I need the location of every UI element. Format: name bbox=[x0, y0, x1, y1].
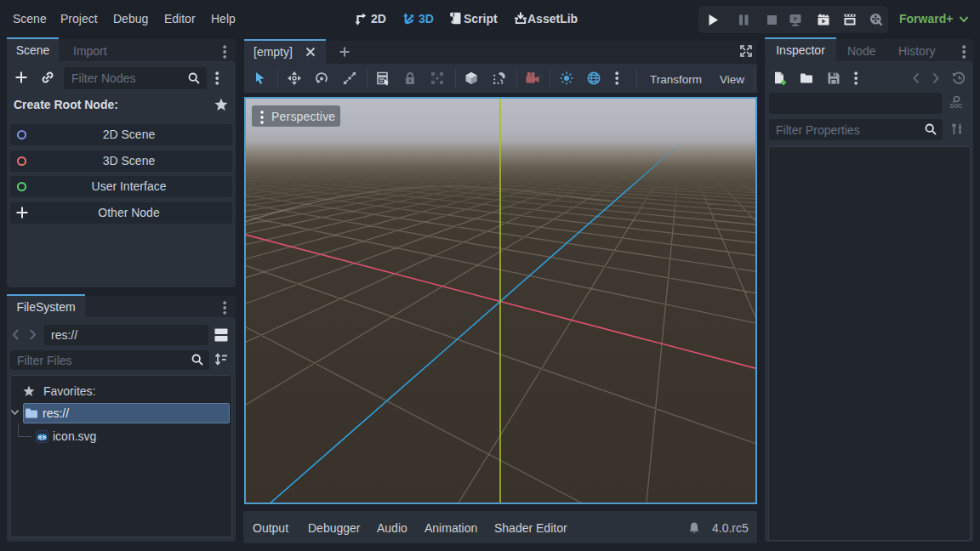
svg-text:DOC: DOC bbox=[950, 103, 963, 109]
